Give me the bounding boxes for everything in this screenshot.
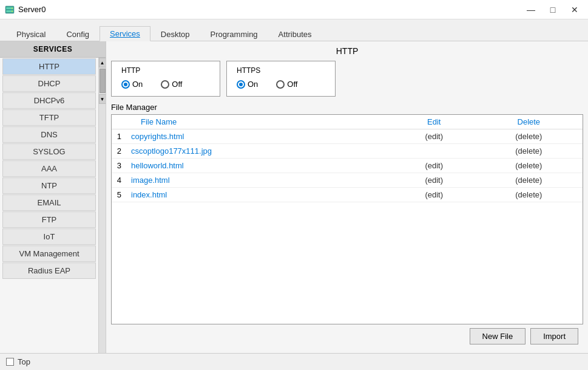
http-panel: HTTP On Off bbox=[111, 61, 220, 97]
https-on-option[interactable]: On bbox=[237, 80, 258, 89]
bottom-bar: New File Import bbox=[111, 324, 583, 348]
import-button[interactable]: Import bbox=[530, 328, 578, 344]
row-filename[interactable]: helloworld.html bbox=[126, 159, 393, 173]
table-header-row: File Name Edit Delete bbox=[112, 115, 583, 129]
file-manager-table: File Name Edit Delete 1copyrights.html(e… bbox=[111, 114, 583, 324]
svg-point-3 bbox=[12, 7, 13, 9]
edit-link[interactable]: (edit) bbox=[425, 190, 443, 199]
row-edit bbox=[393, 144, 475, 159]
row-num: 3 bbox=[112, 159, 126, 173]
sidebar-item-dns[interactable]: DNS bbox=[2, 126, 96, 143]
new-file-button[interactable]: New File bbox=[470, 328, 526, 344]
https-panel-title: HTTPS bbox=[237, 66, 325, 75]
main-content: SERVICES HTTP DHCP DHCPv6 TFTP DNS SYSLO… bbox=[0, 41, 588, 353]
sidebar-item-ntp[interactable]: NTP bbox=[2, 177, 96, 194]
row-num: 1 bbox=[112, 129, 126, 144]
close-button[interactable]: ✕ bbox=[566, 3, 583, 16]
section-title: HTTP bbox=[111, 46, 583, 56]
https-off-radio[interactable] bbox=[276, 80, 285, 89]
tab-config[interactable]: Config bbox=[56, 27, 100, 41]
edit-link[interactable]: (edit) bbox=[425, 176, 443, 185]
sidebar-item-vm-management[interactable]: VM Management bbox=[2, 245, 96, 262]
row-filename[interactable]: copyrights.html bbox=[126, 129, 393, 144]
http-on-radio[interactable] bbox=[121, 80, 130, 89]
scroll-thumb[interactable] bbox=[100, 69, 106, 93]
http-off-label: Off bbox=[172, 80, 182, 89]
svg-rect-0 bbox=[5, 6, 14, 13]
row-edit[interactable]: (edit) bbox=[393, 188, 475, 202]
scroll-up-arrow[interactable]: ▲ bbox=[99, 58, 106, 67]
file-manager-label: File Manager bbox=[111, 103, 583, 112]
delete-link[interactable]: (delete) bbox=[515, 161, 542, 170]
sidebar-item-iot[interactable]: IoT bbox=[2, 228, 96, 245]
edit-link[interactable]: (edit) bbox=[425, 132, 443, 141]
col-delete: Delete bbox=[475, 115, 583, 129]
sidebar-scrollbar[interactable]: ▲ ▼ bbox=[98, 58, 106, 353]
row-filename[interactable]: image.html bbox=[126, 173, 393, 188]
sidebar-item-syslog[interactable]: SYSLOG bbox=[2, 143, 96, 160]
http-panel-title: HTTP bbox=[121, 66, 210, 75]
sidebar-scroll[interactable]: HTTP DHCP DHCPv6 TFTP DNS SYSLOG AAA NTP… bbox=[0, 58, 98, 353]
row-filename[interactable]: index.html bbox=[126, 188, 393, 202]
edit-link[interactable]: (edit) bbox=[425, 161, 443, 170]
sidebar-item-dhcp[interactable]: DHCP bbox=[2, 75, 96, 92]
https-off-option[interactable]: Off bbox=[276, 80, 297, 89]
delete-link[interactable]: (delete) bbox=[515, 132, 542, 141]
https-panel: HTTPS On Off bbox=[226, 61, 336, 97]
row-edit[interactable]: (edit) bbox=[393, 159, 475, 173]
maximize-button[interactable]: □ bbox=[544, 3, 561, 16]
sidebar-item-ftp[interactable]: FTP bbox=[2, 211, 96, 228]
https-on-radio[interactable] bbox=[237, 80, 245, 89]
tab-attributes[interactable]: Attributes bbox=[268, 27, 322, 41]
tab-physical[interactable]: Physical bbox=[6, 27, 56, 41]
https-radio-group: On Off bbox=[237, 80, 325, 89]
sidebar-item-dhcpv6[interactable]: DHCPv6 bbox=[2, 92, 96, 109]
sidebar-container: HTTP DHCP DHCPv6 TFTP DNS SYSLOG AAA NTP… bbox=[0, 58, 106, 353]
sidebar-item-aaa[interactable]: AAA bbox=[2, 160, 96, 177]
row-edit[interactable]: (edit) bbox=[393, 173, 475, 188]
row-num: 2 bbox=[112, 144, 126, 159]
right-content: HTTP HTTP On Off HTTPS bbox=[106, 41, 588, 353]
files-tbody: 1copyrights.html(edit)(delete)2cscoptlog… bbox=[112, 129, 583, 202]
minimize-button[interactable]: — bbox=[522, 3, 539, 16]
http-radio-group: On Off bbox=[121, 80, 210, 89]
row-delete[interactable]: (delete) bbox=[475, 159, 583, 173]
tab-desktop[interactable]: Desktop bbox=[150, 27, 200, 41]
delete-link[interactable]: (delete) bbox=[515, 176, 542, 185]
row-delete[interactable]: (delete) bbox=[475, 188, 583, 202]
col-edit: Edit bbox=[393, 115, 475, 129]
row-delete[interactable]: (delete) bbox=[475, 173, 583, 188]
sidebar-item-tftp[interactable]: TFTP bbox=[2, 109, 96, 126]
table-row: 2cscoptlogo177x111.jpg(delete) bbox=[112, 144, 583, 159]
scroll-down-arrow[interactable]: ▼ bbox=[99, 94, 106, 104]
row-delete[interactable]: (delete) bbox=[475, 144, 583, 159]
top-checkbox[interactable] bbox=[6, 358, 14, 366]
sidebar-item-radius-eap[interactable]: Radius EAP bbox=[2, 262, 96, 279]
http-off-radio[interactable] bbox=[161, 80, 169, 89]
tab-programming[interactable]: Programming bbox=[200, 27, 268, 41]
sidebar-item-email[interactable]: EMAIL bbox=[2, 194, 96, 211]
title-bar-controls: — □ ✕ bbox=[522, 3, 583, 16]
tab-services[interactable]: Services bbox=[100, 26, 150, 41]
row-num: 5 bbox=[112, 188, 126, 202]
row-delete[interactable]: (delete) bbox=[475, 129, 583, 144]
svg-point-4 bbox=[12, 10, 13, 12]
title-bar: Server0 — □ ✕ bbox=[0, 0, 588, 19]
http-on-option[interactable]: On bbox=[121, 80, 143, 89]
delete-link[interactable]: (delete) bbox=[515, 190, 542, 199]
https-off-label: Off bbox=[287, 80, 297, 89]
table-row: 5index.html(edit)(delete) bbox=[112, 188, 583, 202]
delete-link[interactable]: (delete) bbox=[515, 146, 542, 156]
table-row: 3helloworld.html(edit)(delete) bbox=[112, 159, 583, 173]
http-on-label: On bbox=[132, 80, 143, 89]
tab-bar: Physical Config Services Desktop Program… bbox=[0, 19, 588, 41]
row-filename[interactable]: cscoptlogo177x111.jpg bbox=[126, 144, 393, 159]
https-on-label: On bbox=[248, 80, 258, 89]
window-title: Server0 bbox=[18, 5, 46, 14]
col-num bbox=[112, 115, 126, 129]
sidebar-item-http[interactable]: HTTP bbox=[2, 58, 96, 75]
server-icon bbox=[5, 5, 15, 15]
title-bar-left: Server0 bbox=[5, 5, 46, 15]
row-edit[interactable]: (edit) bbox=[393, 129, 475, 144]
http-off-option[interactable]: Off bbox=[161, 80, 182, 89]
